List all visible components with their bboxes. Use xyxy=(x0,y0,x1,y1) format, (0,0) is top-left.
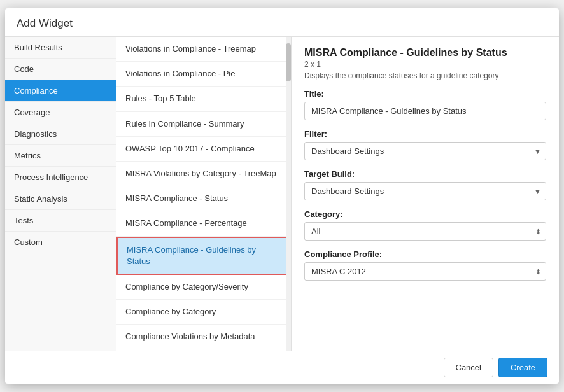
widget-description: Displays the compliance statuses for a g… xyxy=(304,71,546,80)
detail-panel: MISRA Compliance - Guidelines by Status … xyxy=(292,37,559,351)
modal-title: Add Widget xyxy=(17,17,547,30)
title-group: Title: xyxy=(304,89,546,120)
category-item-coverage[interactable]: Coverage xyxy=(5,102,116,123)
target-build-group: Target Build: Dashboard SettingsAll Buil… xyxy=(304,169,546,200)
category-label: Category: xyxy=(304,209,546,219)
filter-label: Filter: xyxy=(304,129,546,139)
filter-group: Filter: Dashboard SettingsAll BuildsLast… xyxy=(304,129,546,160)
category-list: Build ResultsCodeComplianceCoverageDiagn… xyxy=(5,37,116,351)
widget-item-rules-top5[interactable]: Rules - Top 5 Table xyxy=(116,87,291,111)
widget-item-categories-top5[interactable]: Categories - Top 5 Table xyxy=(116,349,291,351)
category-item-process-intelligence[interactable]: Process Intelligence xyxy=(5,167,116,188)
category-item-code[interactable]: Code xyxy=(5,59,116,80)
category-item-compliance[interactable]: Compliance xyxy=(5,80,116,102)
filter-select[interactable]: Dashboard SettingsAll BuildsLast Build xyxy=(304,142,546,160)
compliance-profile-label: Compliance Profile: xyxy=(304,249,546,259)
category-item-diagnostics[interactable]: Diagnostics xyxy=(5,123,116,145)
widget-item-owasp-top10[interactable]: OWASP Top 10 2017 - Compliance xyxy=(116,137,291,162)
scrollbar-track xyxy=(286,37,291,351)
target-build-select[interactable]: Dashboard SettingsAll BuildsLast Build xyxy=(304,182,546,200)
category-item-static-analysis[interactable]: Static Analysis xyxy=(5,188,116,210)
category-select[interactable]: AllMandatoryRequiredAdvisory xyxy=(304,222,546,241)
create-button[interactable]: Create xyxy=(498,358,547,377)
scrollbar-thumb xyxy=(286,43,291,81)
widget-item-misra-status[interactable]: MISRA Compliance - Status xyxy=(116,186,291,211)
widget-item-misra-percentage[interactable]: MISRA Compliance - Percentage xyxy=(116,211,291,236)
category-item-build-results[interactable]: Build Results xyxy=(5,37,116,59)
target-build-label: Target Build: xyxy=(304,169,546,179)
widget-item-compliance-violations-metadata[interactable]: Compliance Violations by Metadata xyxy=(116,325,291,349)
widget-item-rules-compliance-summary[interactable]: Rules in Compliance - Summary xyxy=(116,112,291,137)
category-group: Category: AllMandatoryRequiredAdvisory ⬍ xyxy=(304,209,546,241)
category-item-metrics[interactable]: Metrics xyxy=(5,145,116,167)
compliance-profile-select-wrapper: MISRA C 2012MISRA C++ 2008MISRA C 2004 ⬍ xyxy=(304,262,546,281)
modal-body: Build ResultsCodeComplianceCoverageDiagn… xyxy=(5,37,559,351)
category-item-custom[interactable]: Custom xyxy=(5,232,116,253)
title-label: Title: xyxy=(304,89,546,99)
widget-item-violations-compliance-treemap[interactable]: Violations in Compliance - Treemap xyxy=(116,37,291,62)
widget-item-misra-violations-treemap[interactable]: MISRA Violations by Category - TreeMap xyxy=(116,162,291,186)
category-select-wrapper: AllMandatoryRequiredAdvisory ⬍ xyxy=(304,222,546,241)
add-widget-modal: Add Widget Build ResultsCodeComplianceCo… xyxy=(5,8,559,384)
widget-item-violations-compliance-pie[interactable]: Violations in Compliance - Pie xyxy=(116,62,291,87)
filter-select-wrapper: Dashboard SettingsAll BuildsLast Build ▼ xyxy=(304,142,546,160)
widget-item-compliance-by-category[interactable]: Compliance by Category xyxy=(116,300,291,325)
widget-item-compliance-by-category-severity[interactable]: Compliance by Category/Severity xyxy=(116,275,291,300)
widget-size: 2 x 1 xyxy=(304,60,546,69)
compliance-profile-group: Compliance Profile: MISRA C 2012MISRA C+… xyxy=(304,249,546,281)
widget-item-misra-guidelines-status[interactable]: MISRA Compliance - Guidelines by Status xyxy=(116,237,291,275)
target-build-select-wrapper: Dashboard SettingsAll BuildsLast Build ▼ xyxy=(304,182,546,200)
cancel-button[interactable]: Cancel xyxy=(444,358,493,377)
modal-footer: Cancel Create xyxy=(5,351,559,384)
widget-list: Violations in Compliance - TreemapViolat… xyxy=(116,37,292,351)
modal-header: Add Widget xyxy=(5,8,559,37)
title-input[interactable] xyxy=(304,102,546,120)
compliance-profile-select[interactable]: MISRA C 2012MISRA C++ 2008MISRA C 2004 xyxy=(304,262,546,281)
widget-title: MISRA Compliance - Guidelines by Status xyxy=(304,47,546,59)
category-item-tests[interactable]: Tests xyxy=(5,210,116,232)
